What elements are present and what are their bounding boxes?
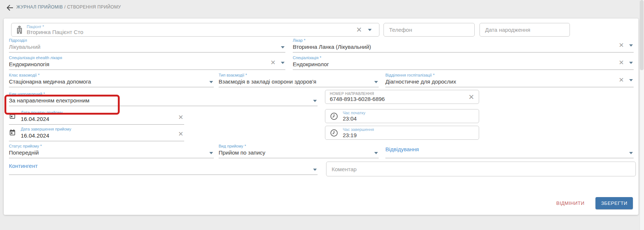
chevron-down-icon[interactable] <box>629 62 633 64</box>
breadcrumb-journal[interactable]: ЖУРНАЛ ПРИЙОМІВ <box>16 4 63 10</box>
breadcrumb-separator: / <box>64 4 67 10</box>
end-date-field[interactable]: Дата завершення прийому 16.04.2024 ✕ <box>9 126 184 141</box>
clear-icon[interactable]: ✕ <box>468 94 474 101</box>
doctor-value: Вторинна Ланка (Лікувальний) <box>293 44 634 50</box>
cancel-button[interactable]: ВІДМІНИТИ <box>556 200 584 206</box>
appointment-kind-label: Вид прийому * <box>219 143 379 149</box>
status-value: Попередній <box>9 149 214 156</box>
hospital-icon <box>16 26 23 34</box>
clear-icon[interactable]: ✕ <box>178 114 183 121</box>
calendar-icon[interactable] <box>9 129 16 138</box>
appointment-kind-value: Прийом по запису <box>219 149 379 156</box>
status-field[interactable]: Статус прийому * Попередній <box>9 143 214 158</box>
end-time-value: 23:19 <box>343 132 374 138</box>
clock-icon <box>330 129 338 137</box>
calendar-icon[interactable] <box>9 112 16 121</box>
visit-field[interactable]: Відвідування <box>385 143 634 158</box>
start-time-label: Час початку <box>343 111 365 115</box>
doctor-field[interactable]: Лікар * Вторинна Ланка (Лікувальний) ✕ <box>293 37 634 53</box>
interaction-type-field[interactable]: Тип взаємодії * Взаємодія в закладі охор… <box>219 72 379 87</box>
patient-value: Вторинка Пацієнт Сто <box>27 29 83 35</box>
form-actions: ВІДМІНИТИ ЗБЕРЕГТИ <box>556 197 633 209</box>
doctor-label: Лікар * <box>293 37 634 43</box>
referred-by-field[interactable]: Ким направлений * За направленням електр… <box>9 91 318 106</box>
phone-input[interactable] <box>384 23 474 36</box>
clear-icon[interactable]: ✕ <box>619 60 624 66</box>
appointment-kind-field[interactable]: Вид прийому * Прийом по запису <box>219 143 379 158</box>
hospitalization-department-field[interactable]: Відділення госпіталізації * Діагностичне… <box>385 72 634 87</box>
status-label: Статус прийому * <box>9 143 214 149</box>
birth-date-input[interactable] <box>480 23 570 36</box>
clear-icon[interactable]: ✕ <box>356 26 362 33</box>
appointment-form-card: Пацієнт * Вторинка Пацієнт Сто ✕ Підрозд… <box>4 18 638 215</box>
chevron-down-icon[interactable] <box>368 29 372 31</box>
ehealth-specialization-label: Спеціалізація ehealth лікаря <box>9 55 285 61</box>
comment-input[interactable] <box>326 162 635 176</box>
chevron-down-icon[interactable] <box>629 44 633 47</box>
subdivision-field[interactable]: Підрозділ Лікувальний <box>9 37 285 53</box>
chevron-down-icon[interactable] <box>281 46 285 48</box>
comment-field[interactable] <box>326 162 636 176</box>
referred-by-label: Ким направлений * <box>9 91 318 97</box>
chevron-down-icon[interactable] <box>629 152 633 154</box>
end-time-label: Час завершення <box>343 127 374 132</box>
end-date-label: Дата завершення прийому <box>21 126 184 132</box>
scrollbar[interactable] <box>640 0 644 230</box>
back-button[interactable] <box>5 3 14 12</box>
specialization-field[interactable]: Спеціалізація * Ендокринолог ✕ <box>293 55 634 70</box>
birth-date-field[interactable] <box>479 23 570 37</box>
top-bar: ЖУРНАЛ ПРИЙОМІВ / СТВОРЕННЯ ПРИЙОМУ <box>0 0 644 16</box>
patient-label: Пацієнт * <box>27 24 83 29</box>
clear-icon[interactable]: ✕ <box>619 42 624 48</box>
interaction-class-field[interactable]: Клас взаємодії * Стаціонарна медична доп… <box>9 72 214 87</box>
breadcrumb: ЖУРНАЛ ПРИЙОМІВ / СТВОРЕННЯ ПРИЙОМУ <box>16 4 121 10</box>
referred-by-value: За направленням електронним <box>9 97 318 104</box>
interaction-class-value: Стаціонарна медична допомога <box>9 78 214 85</box>
hospitalization-department-label: Відділення госпіталізації * <box>385 72 634 78</box>
contingent-field[interactable]: Контингент <box>9 160 318 175</box>
end-date-value: 16.04.2024 <box>21 132 184 139</box>
interaction-class-label: Клас взаємодії * <box>9 72 214 78</box>
breadcrumb-current: СТВОРЕННЯ ПРИЙОМУ <box>67 4 121 10</box>
hospitalization-department-value: Діагностичне для дорослих <box>385 78 634 85</box>
phone-field[interactable] <box>384 23 475 37</box>
start-time-value: 23:04 <box>343 115 365 122</box>
contingent-label: Контингент <box>9 163 318 169</box>
arrow-left-icon <box>5 3 14 12</box>
clear-icon[interactable]: ✕ <box>178 131 183 137</box>
clock-icon <box>330 112 338 121</box>
start-time-field[interactable]: Час початку 23:04 <box>325 109 479 123</box>
end-time-field[interactable]: Час завершення 23:19 <box>325 126 479 140</box>
specialization-label: Спеціалізація * <box>293 55 634 61</box>
scrollbar-thumb[interactable] <box>640 0 644 70</box>
chevron-down-icon[interactable] <box>313 100 317 102</box>
chevron-down-icon[interactable] <box>374 81 378 83</box>
referral-number-field[interactable]: НОМЕР НАПРАВЛЕННЯ 6748-8913-6028-6896 ✕ <box>325 90 479 104</box>
referral-number-value: 6748-8913-6028-6896 <box>330 96 385 102</box>
referral-number-label: НОМЕР НАПРАВЛЕННЯ <box>330 92 385 96</box>
chevron-down-icon[interactable] <box>281 62 285 64</box>
ehealth-specialization-field[interactable]: Спеціалізація ehealth лікаря Ендокриноло… <box>9 55 285 70</box>
clear-icon[interactable]: ✕ <box>270 60 276 66</box>
interaction-type-value: Взаємодія в закладі охорони здоров'я <box>219 78 379 85</box>
ehealth-specialization-value: Ендокринологія <box>9 61 285 67</box>
visit-label: Відвідування <box>385 146 634 152</box>
interaction-type-label: Тип взаємодії * <box>219 72 379 78</box>
chevron-down-icon[interactable] <box>313 169 317 171</box>
chevron-down-icon[interactable] <box>374 152 378 154</box>
start-date-label: Дата початку прийому <box>21 109 184 115</box>
specialization-value: Ендокринолог <box>293 61 634 67</box>
start-date-value: 16.04.2024 <box>21 116 184 122</box>
chevron-down-icon[interactable] <box>209 152 213 154</box>
subdivision-value: Лікувальний <box>9 44 285 50</box>
save-button[interactable]: ЗБЕРЕГТИ <box>595 197 633 209</box>
patient-field[interactable]: Пацієнт * Вторинка Пацієнт Сто ✕ <box>11 23 379 37</box>
chevron-down-icon[interactable] <box>209 81 213 83</box>
subdivision-label: Підрозділ <box>9 37 285 43</box>
chevron-down-icon[interactable] <box>629 79 633 81</box>
start-date-field[interactable]: Дата початку прийому 16.04.2024 ✕ <box>9 109 184 125</box>
clear-icon[interactable]: ✕ <box>619 77 624 83</box>
